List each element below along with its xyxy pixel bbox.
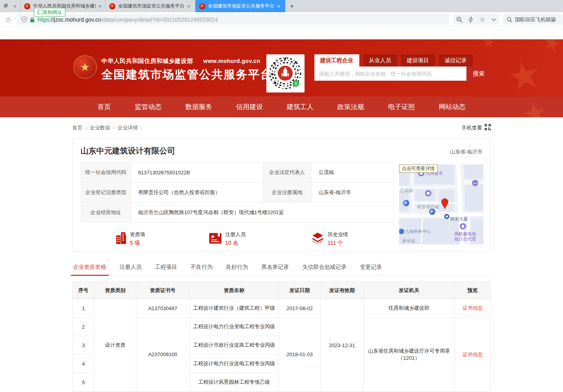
map-label-battery-1: 凤帆蓄电池	[454, 231, 476, 236]
map-label-atm: ATM	[473, 182, 478, 185]
search-button[interactable]: 搜索	[466, 67, 491, 81]
site-title: 全国建筑市场监管公共服务平台	[102, 67, 273, 83]
authority-name: 山东省住房和城乡建设厅许可专用章	[366, 348, 452, 355]
cell-seq: 5	[72, 373, 95, 392]
close-icon[interactable]: ×	[277, 3, 280, 9]
tab-registered-personnel[interactable]: 注册人员	[119, 261, 143, 276]
cell-category: 设计资质	[95, 299, 136, 392]
chevron-down-icon[interactable]	[491, 18, 496, 21]
col-name: 资质名称	[190, 282, 279, 299]
breadcrumb-company-detail[interactable]: 企业详情	[117, 124, 138, 131]
credit-code-value: 91371302675501022B	[131, 163, 263, 183]
breadcrumb-company-data[interactable]: 企业数据	[90, 124, 110, 131]
close-icon[interactable]: ×	[187, 3, 190, 9]
site-banner: ★ ★ ★ ★ 中华人民共和国住房和城乡建设部www.mohurd.gov.cn…	[0, 39, 563, 96]
search-tab-credit[interactable]: 诚信记录	[439, 54, 473, 67]
map-label-business-center: 九峰商务中心	[405, 229, 431, 234]
reg-type-label: 企业登记注册类型	[81, 183, 131, 203]
zoom-out-icon[interactable]	[456, 17, 463, 23]
tab-title: 全国建筑市场监管公共服务平台	[208, 3, 274, 9]
qualification-building-icon	[115, 232, 126, 246]
cell-name: 工程设计风景园林工程专项乙级	[190, 373, 279, 392]
tab-dishonesty-records[interactable]: 失信联合惩戒记录	[302, 261, 347, 276]
nav-item-site-news[interactable]: 网站动态	[439, 96, 465, 117]
map-label-lianan-tower: 联安大厦	[450, 216, 468, 221]
ministry-website: www.mohurd.gov.cn	[203, 58, 260, 64]
close-icon[interactable]: ×	[13, 3, 17, 9]
nav-item-workers[interactable]: 建筑工人	[287, 96, 314, 117]
tab-change-records[interactable]: 变更记录	[359, 261, 383, 276]
main-content: 首页› 企业数据› 企业详情› 手机查看 山东中元建筑设计有限公司 山东省-临沂…	[0, 117, 563, 392]
lock-icon	[30, 17, 35, 22]
nav-item-supervision[interactable]: 监管动态	[135, 96, 162, 117]
favicon-icon: ★	[199, 3, 205, 9]
certificate-info-link[interactable]: 证书信息	[463, 305, 483, 311]
authority-number: （1201）	[366, 355, 452, 362]
certificate-info-link[interactable]: 证书信息	[463, 351, 483, 357]
copy-icon	[37, 10, 41, 14]
browser-tab-4-active[interactable]: ★ 全国建筑市场监管公共服务平台 ×	[195, 0, 285, 12]
map-tooltip[interactable]: 点击可查看详情	[399, 165, 438, 173]
tab-bad-behavior[interactable]: 不良行为	[190, 261, 214, 276]
favicon-icon: ★	[109, 3, 115, 9]
tab-good-behavior[interactable]: 良好行为	[225, 261, 249, 276]
tab-qualifications[interactable]: 企业资质资格	[72, 261, 107, 276]
mobile-view-button[interactable]: 手机查看	[462, 124, 491, 131]
close-icon[interactable]: ×	[98, 3, 102, 9]
reg-region-value: 山东省-临沂市	[311, 183, 394, 203]
cell-authority: 住房和城乡建设部	[364, 299, 455, 318]
shield-icon[interactable]	[22, 17, 27, 22]
new-tab-button[interactable]: +	[285, 0, 299, 12]
mobile-view-label: 手机查看	[462, 124, 482, 131]
stat-registered-personnel[interactable]: 注册人员 10 名	[209, 231, 246, 247]
search-tab-enterprise[interactable]: 建设工程企业	[314, 54, 359, 67]
cell-name: 工程设计电力行业变电工程专业丙级	[190, 318, 279, 336]
national-emblem-icon: ★	[73, 55, 97, 79]
stat-label: 注册人员	[225, 231, 246, 238]
browser-tab-strip: 界 × ★ 中华人民共和国住房和城乡建设 × ★ 全国建筑市场监管公共服务平台 …	[0, 0, 563, 12]
qualification-table: 序号 资质类别 资质证书号 资质名称 发证日期 发证有效期 发证机关 预览 1 …	[72, 281, 491, 392]
legal-rep-value: 公茂福	[311, 163, 394, 183]
browser-tab-3[interactable]: ★ 全国建筑市场监管公共服务平台 ×	[106, 0, 195, 12]
nav-item-credit[interactable]: 信用建设	[236, 96, 263, 117]
cell-cert-no: A237009100	[136, 318, 190, 392]
address-value: 临沂市兰山区陶然路107号星河晶都（联安）现代城1号楼2201室	[131, 203, 394, 223]
reg-region-label: 企业注册属地	[263, 183, 311, 203]
company-location-map[interactable]: 九州超市 ATM 己花园 联安现代城 联安大厦 九峰商务中心 新华苑 凤帆蓄电池…	[399, 165, 483, 244]
flag-star-decoration: ★	[539, 39, 563, 56]
header-search-widget: 建设工程企业 从业人员 建设项目 诚信记录 搜索	[314, 54, 491, 81]
tab-projects[interactable]: 工程项目	[154, 261, 178, 276]
svg-text:S: S	[294, 81, 297, 86]
stat-label: 历史业绩	[328, 231, 348, 238]
bookmark-star-icon[interactable]: ☆	[5, 15, 11, 24]
cell-name: 工程设计电力行业送电工程专业丙级	[190, 355, 279, 373]
nav-item-home[interactable]: 首页	[98, 96, 111, 117]
flash-icon[interactable]	[468, 17, 473, 23]
search-tab-personnel[interactable]: 从业人员	[363, 54, 397, 67]
tab-title: 界	[4, 3, 8, 9]
cell-name: 工程设计市政行业道路工程专业丙级	[190, 336, 279, 355]
stat-value: 111 个	[328, 240, 348, 247]
cell-issue-date: 2018-01-03	[279, 318, 321, 392]
keyword-search-input[interactable]	[314, 67, 466, 81]
cell-seq: 2	[72, 318, 95, 336]
miniprogram-qr-code: S	[266, 54, 305, 92]
breadcrumb-separator: ›	[113, 125, 115, 131]
credit-code-label: 统一社会信用代码	[81, 163, 131, 183]
search-tab-project[interactable]: 建设项目	[401, 54, 435, 67]
nav-item-e-license[interactable]: 电子证照	[388, 96, 415, 117]
stat-historical-performance[interactable]: 历史业绩 111 个	[312, 231, 348, 247]
map-label-garden: 己花园	[400, 188, 413, 193]
nav-item-policy[interactable]: 政策法规	[337, 96, 364, 117]
nav-item-data-service[interactable]: 数据服务	[186, 96, 212, 117]
cell-name: 工程设计建筑行业（建筑工程）甲级	[190, 299, 279, 318]
tab-blacklist[interactable]: 黑名单记录	[261, 261, 290, 276]
favorites-star-icon[interactable]: ☆	[479, 16, 485, 23]
flag-star-decoration: ★	[504, 54, 544, 96]
url-host: ://jzsc.mohurd.gov.cn	[49, 17, 101, 23]
stat-qualifications[interactable]: 资质项 5 项	[115, 231, 145, 247]
browser-tab-1[interactable]: 界 ×	[0, 0, 20, 12]
quick-search-box[interactable]: 国航回应飞机颠簸	[503, 14, 563, 25]
breadcrumb-home[interactable]: 首页	[72, 124, 83, 131]
address-bar[interactable]: https://jzsc.mohurd.gov.cn/data/company/…	[18, 14, 449, 25]
